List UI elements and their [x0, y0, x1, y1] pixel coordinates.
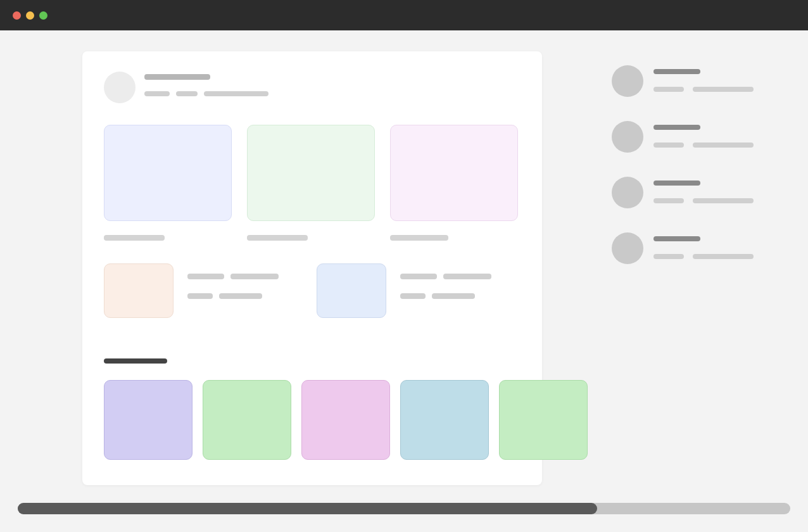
media-row: [104, 263, 521, 318]
list-item-text-placeholder: [653, 142, 684, 148]
list-item[interactable]: [612, 65, 789, 97]
list-item-text-placeholder: [693, 254, 754, 259]
section-heading-placeholder: [104, 358, 167, 364]
tile-item[interactable]: [499, 380, 588, 460]
list-item[interactable]: [612, 121, 789, 153]
post-meta-row: [144, 91, 268, 96]
gallery-caption-placeholder: [104, 235, 165, 241]
scrollbar-thumb[interactable]: [18, 503, 597, 514]
media-text-placeholder: [187, 293, 213, 299]
media-text-placeholder: [187, 274, 224, 279]
list-item-text-placeholder: [693, 198, 754, 203]
media-text-placeholder: [230, 274, 279, 279]
media-thumbnail: [317, 263, 386, 318]
minimize-icon[interactable]: [26, 11, 34, 20]
post-meta-placeholder: [204, 91, 268, 96]
media-thumbnail: [104, 263, 174, 318]
post-title-placeholder: [144, 74, 210, 80]
author-avatar[interactable]: [104, 72, 136, 103]
media-text-placeholder: [219, 293, 262, 299]
media-text-placeholder: [400, 274, 437, 279]
main-card: [82, 51, 542, 485]
avatar: [612, 65, 643, 97]
tile-item[interactable]: [104, 380, 193, 460]
tile-row[interactable]: [104, 380, 674, 460]
gallery-thumbnail: [390, 125, 518, 221]
list-item-title-placeholder: [653, 180, 700, 186]
gallery-item[interactable]: [247, 125, 375, 241]
gallery-thumbnail: [104, 125, 232, 221]
media-text-placeholder: [432, 293, 475, 299]
post-header: [104, 72, 521, 103]
zoom-icon[interactable]: [39, 11, 47, 20]
list-item[interactable]: [612, 177, 789, 208]
post-meta-placeholder: [144, 91, 170, 96]
gallery-caption-placeholder: [390, 235, 448, 241]
gallery-row: [104, 125, 521, 241]
post-meta-placeholder: [176, 91, 198, 96]
list-item-text-placeholder: [653, 87, 684, 92]
list-item-text-placeholder: [693, 87, 754, 92]
list-item-title-placeholder: [653, 236, 700, 241]
list-item-text-placeholder: [653, 198, 684, 203]
gallery-caption-placeholder: [247, 235, 308, 241]
horizontal-scrollbar[interactable]: [18, 503, 790, 514]
avatar: [612, 177, 643, 208]
gallery-item[interactable]: [390, 125, 518, 241]
gallery-thumbnail: [247, 125, 375, 221]
list-item-title-placeholder: [653, 125, 700, 130]
media-text-placeholder: [443, 274, 491, 279]
close-icon[interactable]: [13, 11, 21, 20]
window-titlebar: [0, 0, 808, 30]
list-item-text-placeholder: [693, 142, 754, 148]
gallery-item[interactable]: [104, 125, 232, 241]
tile-item[interactable]: [400, 380, 489, 460]
tile-item[interactable]: [301, 380, 390, 460]
media-text-placeholder: [400, 293, 426, 299]
media-item[interactable]: [104, 263, 279, 318]
media-item[interactable]: [317, 263, 491, 318]
avatar: [612, 232, 643, 264]
list-item-title-placeholder: [653, 69, 700, 74]
sidebar-list: [612, 51, 789, 288]
tile-item[interactable]: [203, 380, 291, 460]
avatar: [612, 121, 643, 153]
list-item[interactable]: [612, 232, 789, 264]
list-item-text-placeholder: [653, 254, 684, 259]
